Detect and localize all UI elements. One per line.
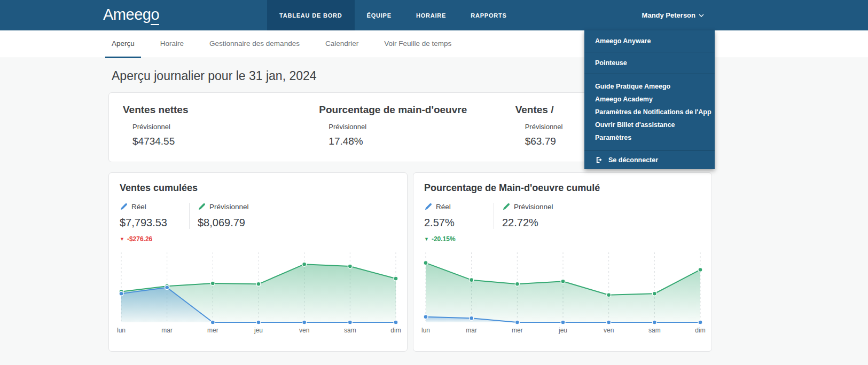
- svg-text:jeu: jeu: [254, 327, 263, 334]
- card-ventes-cumulees: Ventes cumulées Réel $7,793.53: [108, 172, 408, 352]
- delta-value: -20.15%: [432, 235, 456, 243]
- logout-icon: [595, 156, 603, 164]
- subnav-item-gestionnaire-des-demandes[interactable]: Gestionnaire des demandes: [203, 30, 306, 58]
- pencil-icon: [120, 203, 128, 211]
- logo-text-underlined: o: [151, 6, 159, 25]
- metric-heading: Ventes nettes: [123, 104, 319, 116]
- svg-text:mer: mer: [512, 327, 523, 334]
- menu-item-pointeuse[interactable]: Pointeuse: [584, 52, 715, 74]
- main-content: Aperçu journalier pour le 31 jan, 2024 V…: [0, 58, 868, 352]
- page-title: Aperçu journalier pour le 31 jan, 2024: [112, 69, 868, 83]
- svg-text:jeu: jeu: [558, 327, 567, 334]
- legend-label: Prévisionnel: [514, 203, 553, 211]
- user-dropdown-menu: Ameego Anyware Pointeuse Guide Pratique …: [584, 30, 715, 169]
- metric-value: $4734.55: [132, 136, 319, 147]
- menu-group-links: Guide Pratique Ameego Ameego Academy Par…: [584, 74, 715, 150]
- nav-tab-horaire[interactable]: HORAIRE: [404, 0, 458, 30]
- svg-text:mar: mar: [161, 327, 173, 334]
- svg-text:sam: sam: [648, 327, 661, 334]
- menu-item-ameego-academy[interactable]: Ameego Academy: [584, 93, 715, 106]
- triangle-down-icon: ▼: [120, 236, 124, 242]
- nav-tab-tableau-de-bord[interactable]: TABLEAU DE BORD: [267, 0, 355, 30]
- chart-legend: Réel 2.57% Prévisionnel 22.72%: [424, 203, 701, 229]
- metric-label: Prévisionnel: [132, 123, 319, 131]
- user-menu-button[interactable]: Mandy Peterson: [642, 0, 704, 30]
- svg-text:dim: dim: [390, 327, 401, 334]
- metric-ventes-nettes: Ventes nettes Prévisionnel $4734.55: [123, 104, 319, 162]
- legend-value: 22.72%: [502, 217, 556, 229]
- subnav-item-horaire[interactable]: Horaire: [154, 30, 190, 58]
- legend-previsionnel: Prévisionnel 22.72%: [494, 203, 563, 229]
- menu-item-parametres[interactable]: Paramètres: [584, 131, 715, 144]
- delta-value: -$276.26: [127, 235, 152, 243]
- pencil-icon: [424, 203, 432, 211]
- top-navbar: Ameego TABLEAU DE BORD ÉQUIPE HORAIRE RA…: [0, 0, 868, 30]
- delta-badge: ▼ -20.15%: [424, 235, 701, 243]
- nav-tab-rapports[interactable]: RAPPORTS: [458, 0, 519, 30]
- svg-text:ven: ven: [604, 327, 614, 334]
- logout-label: Se déconnecter: [608, 156, 658, 164]
- menu-item-ouvrir-billet[interactable]: Ouvrir Billet d'assistance: [584, 118, 715, 131]
- metric-label: Prévisionnel: [329, 123, 515, 131]
- legend-previsionnel: Prévisionnel $8,069.79: [189, 203, 259, 229]
- chevron-down-icon: [699, 14, 704, 17]
- legend-label: Réel: [131, 203, 146, 211]
- ameego-logo[interactable]: Ameego: [103, 6, 159, 23]
- menu-item-guide-pratique[interactable]: Guide Pratique Ameego: [584, 80, 715, 93]
- chart-legend: Réel $7,793.53 Prévisionnel $8,069.79: [120, 203, 396, 229]
- menu-item-ameego-anyware[interactable]: Ameego Anyware: [584, 30, 715, 52]
- subnav-item-voir-feuille-de-temps[interactable]: Voir Feuille de temps: [378, 30, 458, 58]
- pencil-icon: [198, 203, 206, 211]
- svg-text:ven: ven: [299, 327, 309, 334]
- user-name: Mandy Peterson: [642, 11, 695, 19]
- legend-value: $7,793.53: [120, 217, 182, 229]
- charts-row: Ventes cumulées Réel $7,793.53: [108, 172, 868, 352]
- card-pourcentage-main-doeuvre-cumule: Pourcentage de Main-d'oeuvre cumulé Réel…: [413, 172, 712, 352]
- svg-text:mar: mar: [466, 327, 477, 334]
- menu-item-notifications-settings[interactable]: Paramètres de Notifications de l'App: [584, 106, 715, 118]
- legend-value: $8,069.79: [198, 217, 251, 229]
- legend-value: 2.57%: [424, 217, 486, 229]
- metric-value: 17.48%: [329, 136, 515, 147]
- menu-item-se-deconnecter[interactable]: Se déconnecter: [584, 150, 715, 169]
- svg-text:dim: dim: [695, 327, 705, 334]
- subnav-item-calendrier[interactable]: Calendrier: [319, 30, 365, 58]
- chart-title: Ventes cumulées: [120, 182, 396, 194]
- svg-text:lun: lun: [117, 327, 126, 334]
- secondary-nav: Aperçu Horaire Gestionnaire des demandes…: [0, 30, 868, 58]
- svg-text:mer: mer: [207, 327, 218, 334]
- legend-label: Prévisionnel: [209, 203, 249, 211]
- area-chart-ventes-cumulees: lunmarmerjeuvensamdim: [120, 246, 397, 337]
- logo-text: Ameeg: [103, 6, 151, 23]
- pencil-icon: [502, 203, 510, 211]
- svg-text:lun: lun: [421, 327, 430, 334]
- delta-badge: ▼ -$276.26: [120, 235, 396, 243]
- metric-pourcentage-main-doeuvre: Pourcentage de main-d'oeuvre Prévisionne…: [319, 104, 515, 162]
- nav-tab-equipe[interactable]: ÉQUIPE: [355, 0, 404, 30]
- svg-text:sam: sam: [344, 327, 356, 334]
- metric-heading: Pourcentage de main-d'oeuvre: [319, 104, 515, 116]
- area-chart-pourcentage-main-doeuvre: lunmarmerjeuvensamdim: [424, 246, 702, 337]
- main-nav: TABLEAU DE BORD ÉQUIPE HORAIRE RAPPORTS: [267, 0, 519, 30]
- chart-title: Pourcentage de Main-d'oeuvre cumulé: [424, 182, 701, 194]
- legend-label: Réel: [436, 203, 451, 211]
- triangle-down-icon: ▼: [424, 236, 429, 242]
- legend-reel: Réel $7,793.53: [120, 203, 189, 229]
- subnav-item-apercu[interactable]: Aperçu: [105, 30, 141, 58]
- legend-reel: Réel 2.57%: [424, 203, 494, 229]
